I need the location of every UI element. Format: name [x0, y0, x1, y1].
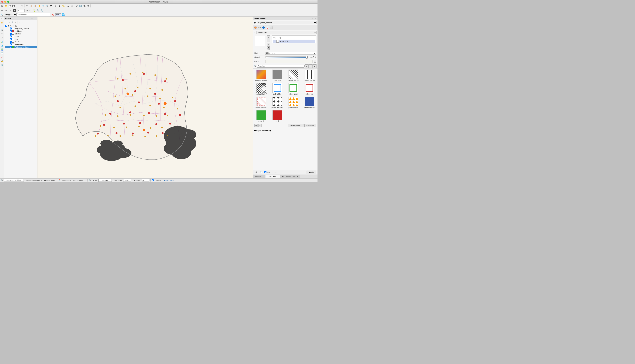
- stats-btn[interactable]: Σ: [66, 4, 70, 8]
- label-btn[interactable]: A: [0, 36, 4, 40]
- filter-layer-btn[interactable]: 🔍: [11, 21, 14, 24]
- layer-item-pofw[interactable]: pofw: [5, 35, 37, 38]
- layer-diagram-btn[interactable]: 📊: [0, 40, 4, 44]
- paste-btn[interactable]: 📋: [33, 4, 37, 8]
- style-mask-btn[interactable]: ⬜: [270, 26, 273, 29]
- select-tool-btn[interactable]: ↖: [0, 17, 4, 20]
- grid-view-btn[interactable]: ⊞: [254, 124, 258, 127]
- layer-group-header[interactable]: ▼ module8: [5, 24, 37, 27]
- maximize-button[interactable]: [7, 1, 9, 3]
- save-symbol-btn[interactable]: Save Symbol...: [288, 124, 304, 127]
- fill-row-fill[interactable]: ▼ Fill: [273, 36, 315, 40]
- style-diagram-btn[interactable]: 📊: [266, 26, 269, 29]
- style-color-btn[interactable]: 🎨: [254, 26, 257, 29]
- layer-item-rajshahi-division[interactable]: Rajshahi_division: [5, 46, 37, 48]
- zoom-in-btn[interactable]: 🔍: [42, 4, 45, 8]
- layers-close-btn[interactable]: ✕: [34, 17, 36, 20]
- history-btn[interactable]: 🕐: [259, 170, 263, 174]
- draw-btn[interactable]: ✍: [0, 60, 4, 63]
- layer-visible-cb[interactable]: [10, 30, 12, 32]
- move-up-btn[interactable]: ↑: [18, 21, 21, 24]
- panel-close-btn[interactable]: ✕: [314, 17, 317, 20]
- fill-down-btn[interactable]: ▼: [267, 48, 270, 50]
- color-picker-btn[interactable]: ▼: [314, 60, 316, 62]
- locate-bar-input[interactable]: [4, 179, 24, 182]
- layers-expand-btn[interactable]: ⤢: [31, 17, 33, 20]
- live-update-checkbox[interactable]: [264, 171, 266, 174]
- layer-item-buildings[interactable]: buildings: [5, 30, 37, 32]
- symbol-zelda[interactable]: pattern zelda: [286, 96, 301, 109]
- style-3d-btn[interactable]: 🔵: [262, 26, 265, 29]
- style-abc-btn[interactable]: abc: [258, 26, 261, 29]
- favorites-options-btn[interactable]: ▼: [309, 64, 313, 68]
- zoom-full-btn[interactable]: 🗺: [49, 4, 53, 8]
- refresh-btn[interactable]: 🔄: [79, 4, 82, 8]
- fill-up-btn[interactable]: ▲: [267, 46, 270, 48]
- symbol-green-fill[interactable]: green fill: [254, 110, 269, 122]
- pan-btn[interactable]: ✋: [38, 4, 41, 8]
- temporal-btn[interactable]: 🕐: [0, 52, 4, 55]
- zoom-out-btn[interactable]: 🔍: [45, 4, 49, 8]
- bookmark-btn[interactable]: 🔖: [51, 13, 55, 16]
- layer-item-waterways[interactable]: waterways: [5, 43, 37, 46]
- plugin-btn2[interactable]: 🔧: [36, 9, 40, 12]
- add-fill-btn[interactable]: +: [267, 36, 270, 39]
- tab-layer-styling[interactable]: Layer Styling: [265, 175, 280, 178]
- identify-tool-btn[interactable]: ℹ: [0, 24, 4, 28]
- symbol-gray-fill[interactable]: gray 3 fill: [270, 69, 285, 82]
- digitize-btn[interactable]: ⬡: [8, 9, 12, 12]
- remove-layer-btn[interactable]: -: [8, 21, 11, 24]
- layer-visible-cb[interactable]: [10, 28, 12, 30]
- pan-map-btn[interactable]: ✋: [0, 21, 4, 24]
- unit-select[interactable]: px: [25, 9, 31, 12]
- symbol-hashed-bwd[interactable]: hashed black |: [302, 69, 317, 82]
- group-checkbox[interactable]: [5, 25, 7, 27]
- scale-input[interactable]: [99, 179, 112, 182]
- symbol-gradient-plasma[interactable]: gradient plasma: [254, 69, 269, 82]
- close-button[interactable]: [1, 1, 3, 3]
- symbol-outline-xpattern[interactable]: outline xpattern: [254, 96, 269, 109]
- layer-visible-cb[interactable]: [10, 44, 12, 46]
- settings-btn[interactable]: ⚙: [86, 4, 90, 8]
- save-btn[interactable]: 💾: [8, 4, 12, 8]
- edit-node-btn[interactable]: ✎: [4, 9, 8, 12]
- gps-btn[interactable]: 📡: [0, 63, 4, 67]
- select-btn[interactable]: ▷: [54, 4, 58, 8]
- identify-btn[interactable]: ℹ: [58, 4, 61, 8]
- plugin-btn3[interactable]: 🔧: [40, 9, 44, 12]
- layer-item-pois[interactable]: pois: [5, 38, 37, 40]
- qgis-icon-btn[interactable]: 🌐: [62, 13, 65, 16]
- search-input[interactable]: [17, 13, 50, 16]
- python-btn[interactable]: 🐍: [33, 9, 36, 12]
- symbol-red-fill[interactable]: red fill: [270, 110, 285, 122]
- color-swatch[interactable]: [265, 60, 313, 63]
- map-area[interactable]: [38, 16, 253, 178]
- undo-btn[interactable]: ↩: [17, 4, 20, 8]
- remove-fill-btn[interactable]: -: [267, 39, 270, 42]
- list-view-btn[interactable]: ≡: [258, 124, 262, 127]
- opacity-slider[interactable]: [265, 56, 308, 58]
- symbol-hashed-x[interactable]: hashed black X: [254, 83, 269, 96]
- favorites-search-input[interactable]: [257, 64, 305, 68]
- symbol-hashed-fwd[interactable]: hashed black /: [286, 69, 301, 82]
- advanced-btn[interactable]: Advanced: [304, 124, 316, 127]
- elevation-btn[interactable]: 📈: [0, 55, 4, 59]
- layer-visible-cb[interactable]: [10, 36, 12, 38]
- layer-item-landuse[interactable]: landuse: [5, 32, 37, 35]
- globe-btn[interactable]: 🌍: [0, 48, 4, 51]
- favorites-expand-btn[interactable]: ⤢: [313, 64, 317, 68]
- symbol-outline-blue[interactable]: outline blue: [270, 83, 285, 96]
- fill-row-simple[interactable]: Simple Fill: [273, 40, 315, 43]
- layer-visible-cb[interactable]: [10, 38, 12, 40]
- symbol-dot-black[interactable]: pattern dot black: [270, 96, 285, 109]
- layer-properties-btn[interactable]: ⚙: [14, 21, 17, 24]
- 3d-btn[interactable]: 🧊: [0, 44, 4, 48]
- tab-value-tool[interactable]: Value Tool: [253, 175, 265, 178]
- save-as-btn[interactable]: 💾: [12, 4, 16, 8]
- region-select[interactable]: Philippines: [4, 13, 17, 16]
- copy-btn[interactable]: 📋: [29, 4, 33, 8]
- open-project-btn[interactable]: 📂: [4, 4, 8, 8]
- measure-btn[interactable]: 📏: [62, 4, 65, 8]
- layer-visible-cb[interactable]: [10, 41, 12, 43]
- redo-btn[interactable]: ↪: [20, 4, 24, 8]
